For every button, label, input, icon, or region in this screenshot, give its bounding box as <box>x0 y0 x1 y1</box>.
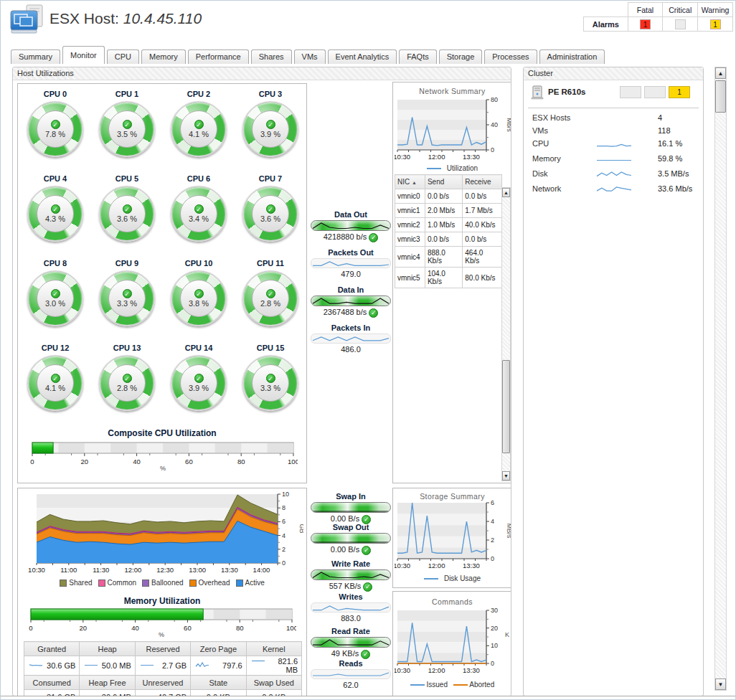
cluster-name-row[interactable]: PE R610s 1 <box>524 85 703 103</box>
scroll-down-button[interactable]: ▼ <box>502 471 510 481</box>
nic-table-scrollbar[interactable]: ▲ ▼ <box>501 187 511 481</box>
cluster-row-memory[interactable]: Memory 59.8 % <box>524 153 703 168</box>
critical-alarm-count[interactable] <box>675 19 686 29</box>
send-col-header[interactable]: Send <box>425 175 462 189</box>
tab-memory[interactable]: Memory <box>141 49 186 64</box>
main-scrollbar[interactable]: ▲ ▼ <box>714 67 727 691</box>
data-in-gauge[interactable]: Data In 2367488 b/s ✓ <box>310 285 392 318</box>
packets-out-sparkline[interactable] <box>311 258 391 268</box>
tab-processes[interactable]: Processes <box>484 49 537 64</box>
scroll-thumb[interactable] <box>502 360 510 453</box>
cpu-dial-14[interactable]: CPU 14✓3.9 % <box>163 339 235 424</box>
commands-chart[interactable]: 010203010:3012:0013:30K <box>395 607 511 679</box>
nic-row-vmnic0[interactable]: vmnic00.0 b/s0.0 b/s <box>395 189 502 204</box>
cluster-row-network[interactable]: Network 33.6 Mb/s <box>524 183 703 198</box>
cpu-dial-4[interactable]: CPU 4✓4.3 % <box>19 170 91 255</box>
cluster-row-cpu[interactable]: CPU 16.1 % <box>524 138 703 153</box>
packets-in-sparkline[interactable] <box>311 334 391 344</box>
memory-utilization-bar-chart[interactable]: 020406080100% <box>27 607 296 640</box>
reads-sparkline[interactable] <box>311 669 391 679</box>
cluster-fatal-box[interactable] <box>620 86 641 98</box>
cpu-dial-13[interactable]: CPU 13✓2.8 % <box>91 339 163 424</box>
cpu-8-gauge[interactable]: ✓3.0 % <box>27 270 83 326</box>
scroll-thumb[interactable] <box>715 80 726 113</box>
cluster-critical-box[interactable] <box>644 86 666 98</box>
cpu-dial-0[interactable]: CPU 0✓7.8 % <box>19 85 91 170</box>
tab-performance[interactable]: Performance <box>188 49 249 64</box>
cpu-0-gauge[interactable]: ✓7.8 % <box>27 101 83 157</box>
tab-vms[interactable]: VMs <box>294 49 326 64</box>
cpu-5-gauge[interactable]: ✓3.6 % <box>99 186 155 242</box>
cpu-10-gauge[interactable]: ✓3.8 % <box>171 270 227 326</box>
cpu-dial-12[interactable]: CPU 12✓4.1 % <box>19 339 91 424</box>
cpu-dial-10[interactable]: CPU 10✓3.8 % <box>163 255 235 339</box>
cpu-dial-11[interactable]: CPU 11✓2.8 % <box>235 255 306 339</box>
swap-out-bar[interactable] <box>311 533 391 544</box>
tab-storage[interactable]: Storage <box>439 49 483 64</box>
writes-gauge[interactable]: Writes 883.0 <box>310 592 392 623</box>
cluster-name[interactable]: PE R610s <box>548 88 585 96</box>
cpu-dial-2[interactable]: CPU 2✓4.1 % <box>163 85 235 170</box>
nic-row-vmnic1[interactable]: vmnic12.0 Mb/s1.7 Mb/s <box>395 204 502 218</box>
data-in-bar[interactable] <box>311 295 391 306</box>
tab-summary[interactable]: Summary <box>11 49 60 64</box>
cpu-11-gauge[interactable]: ✓2.8 % <box>242 270 298 326</box>
tab-event-analytics[interactable]: Event Analytics <box>328 49 397 64</box>
network-summary-chart[interactable]: 0408010:3012:0013:30Mb/s <box>395 97 511 166</box>
packets-out-gauge[interactable]: Packets Out 479.0 <box>310 248 392 278</box>
cpu-3-gauge[interactable]: ✓3.9 % <box>242 101 298 157</box>
packets-in-gauge[interactable]: Packets In 486.0 <box>310 323 392 354</box>
cpu-12-gauge[interactable]: ✓4.1 % <box>27 355 83 411</box>
nic-row-vmnic5[interactable]: vmnic5104.0 Kb/s80.0 Kb/s <box>395 268 502 288</box>
cpu-1-gauge[interactable]: ✓3.5 % <box>99 101 155 157</box>
tab-faqts[interactable]: FAQts <box>399 49 437 64</box>
cpu-2-gauge[interactable]: ✓4.1 % <box>171 101 227 157</box>
swap-in-bar[interactable] <box>311 502 391 513</box>
write-rate-bar[interactable] <box>311 569 391 580</box>
cpu-13-gauge[interactable]: ✓2.8 % <box>99 355 155 411</box>
scroll-up-button[interactable]: ▲ <box>715 67 726 79</box>
nic-col-header[interactable]: NIC ▲ <box>395 175 425 189</box>
tab-cpu[interactable]: CPU <box>107 49 139 64</box>
tab-shares[interactable]: Shares <box>251 49 292 64</box>
nic-row-vmnic3[interactable]: vmnic30.0 b/s0.0 b/s <box>395 232 502 247</box>
cpu-dial-9[interactable]: CPU 9✓3.3 % <box>91 255 163 339</box>
read-rate-gauge[interactable]: Read Rate 49 KB/s ✓ <box>310 627 392 659</box>
cpu-dial-8[interactable]: CPU 8✓3.0 % <box>19 255 91 339</box>
tab-monitor[interactable]: Monitor <box>62 46 105 64</box>
cluster-row-disk[interactable]: Disk 3.5 MB/s <box>524 168 703 183</box>
cpu-6-gauge[interactable]: ✓3.4 % <box>171 186 227 242</box>
memory-breakdown-chart[interactable]: 024681010:3011:0011:3012:0012:3013:0013:… <box>22 491 303 579</box>
fatal-alarm-count[interactable]: 1 <box>640 19 651 29</box>
data-out-gauge[interactable]: Data Out 4218880 b/s ✓ <box>310 210 392 242</box>
read-rate-bar[interactable] <box>311 637 391 648</box>
storage-summary-chart[interactable]: 024610:3012:0013:30MB/s <box>395 500 511 574</box>
scroll-down-button[interactable]: ▼ <box>715 678 726 690</box>
cpu-14-gauge[interactable]: ✓3.9 % <box>171 355 227 411</box>
cpu-dial-5[interactable]: CPU 5✓3.6 % <box>91 170 163 255</box>
composite-cpu-bar-chart[interactable]: 020406080100% <box>28 441 298 474</box>
reads-gauge[interactable]: Reads 62.0 <box>310 659 392 689</box>
cpu-dial-15[interactable]: CPU 15✓3.3 % <box>235 339 306 424</box>
tab-administration[interactable]: Administration <box>539 49 605 64</box>
cpu-dial-1[interactable]: CPU 1✓3.5 % <box>91 85 163 170</box>
data-out-bar[interactable] <box>311 220 391 231</box>
cluster-row-vms[interactable]: VMs 118 <box>524 125 703 138</box>
nic-row-vmnic2[interactable]: vmnic21.0 Mb/s40.0 Kb/s <box>395 218 502 232</box>
warning-alarm-count[interactable]: 1 <box>710 19 721 29</box>
cpu-dial-3[interactable]: CPU 3✓3.9 % <box>235 85 306 170</box>
cpu-dial-6[interactable]: CPU 6✓3.4 % <box>163 170 235 255</box>
nic-row-vmnic4[interactable]: vmnic4888.0 Kb/s464.0 Kb/s <box>395 247 502 268</box>
writes-sparkline[interactable] <box>311 602 391 612</box>
cluster-row-esx-hosts[interactable]: ESX Hosts 4 <box>524 112 703 125</box>
swap-out-gauge[interactable]: Swap Out 0.00 B/s ✓ <box>310 523 392 555</box>
cpu-dial-7[interactable]: CPU 7✓3.6 % <box>235 170 306 255</box>
receive-col-header[interactable]: Receive <box>463 175 502 189</box>
swap-in-gauge[interactable]: Swap In 0.00 B/s ✓ <box>310 492 392 524</box>
cpu-15-gauge[interactable]: ✓3.3 % <box>242 355 298 411</box>
cluster-warning-box[interactable]: 1 <box>669 86 690 98</box>
cpu-7-gauge[interactable]: ✓3.6 % <box>242 186 298 242</box>
cpu-4-gauge[interactable]: ✓4.3 % <box>27 186 83 242</box>
cpu-9-gauge[interactable]: ✓3.3 % <box>99 270 155 326</box>
write-rate-gauge[interactable]: Write Rate 557 KB/s ✓ <box>310 559 392 592</box>
